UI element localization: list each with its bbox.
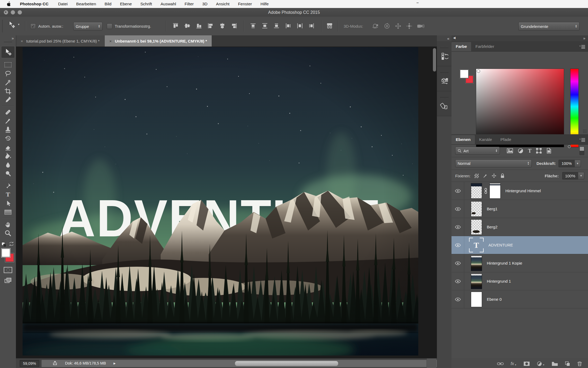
tool-rectangular-marquee[interactable] bbox=[3, 60, 13, 69]
layer-name[interactable]: Hintergrund Himmel bbox=[505, 189, 541, 193]
new-group-icon[interactable] bbox=[552, 361, 558, 366]
apple-menu-icon[interactable] bbox=[0, 1, 15, 7]
tool-pen[interactable] bbox=[3, 181, 13, 190]
layer-name[interactable]: ADVENTURE bbox=[488, 243, 513, 247]
align-right-edges-icon[interactable] bbox=[231, 22, 237, 29]
window-minimize-button[interactable] bbox=[11, 10, 15, 15]
layer-visibility-toggle[interactable] bbox=[451, 200, 464, 218]
layer-row-hintergrund-1-kopie[interactable]: Hintergrund 1 Kopie bbox=[451, 254, 588, 272]
align-vertical-centers-icon[interactable] bbox=[184, 22, 191, 29]
history-panel-button[interactable] bbox=[437, 41, 451, 66]
status-expand-arrow-icon[interactable]: ► bbox=[113, 361, 116, 365]
document-tab-unbenannt[interactable]: × Unbenannt-1 bei 59,1% (ADVENTURE, CMYK… bbox=[105, 35, 212, 47]
text-layer-thumbnail[interactable]: T bbox=[469, 238, 484, 252]
dock-expand-chevron-icon[interactable]: « bbox=[447, 36, 449, 41]
menu-ebene[interactable]: Ebene bbox=[116, 2, 136, 6]
distribute-spacing-icon[interactable] bbox=[326, 22, 333, 29]
panel-foreground-swatch[interactable] bbox=[460, 70, 468, 78]
add-adjustment-layer-button[interactable]: ▼ bbox=[537, 361, 545, 366]
layer-filter-toggle[interactable] bbox=[580, 147, 584, 155]
layer-filter-type-dropdown[interactable]: Art ▲▼ bbox=[455, 147, 500, 155]
link-layers-icon[interactable] bbox=[497, 361, 504, 366]
menu-fenster[interactable]: Fenster bbox=[234, 2, 256, 6]
3d-orbit-icon[interactable] bbox=[372, 23, 379, 30]
properties-3d-panel-button[interactable] bbox=[437, 66, 451, 91]
window-zoom-button[interactable] bbox=[18, 10, 22, 15]
layer-visibility-toggle[interactable] bbox=[451, 290, 464, 308]
layer-row-berg2[interactable]: Berg2 bbox=[451, 218, 588, 236]
lock-all-icon[interactable] bbox=[500, 173, 505, 178]
tab-farbe[interactable]: Farbe bbox=[451, 42, 471, 51]
window-title-bar[interactable]: Adobe Photoshop CC 2015 bbox=[0, 8, 588, 17]
layer-row-ebene-0[interactable]: Ebene 0 bbox=[451, 290, 588, 308]
tool-paint-bucket[interactable] bbox=[3, 152, 13, 160]
horizontal-scrollbar-thumb[interactable] bbox=[235, 361, 338, 366]
distribute-left-edges-icon[interactable] bbox=[285, 22, 292, 29]
close-tab-icon[interactable]: × bbox=[109, 39, 112, 43]
auto-select-mode-dropdown[interactable]: Gruppe ▲▼ bbox=[73, 22, 103, 31]
layer-visibility-toggle[interactable] bbox=[451, 182, 464, 200]
filter-type-layers-icon[interactable]: T bbox=[528, 148, 531, 154]
tool-path-selection[interactable] bbox=[3, 199, 13, 208]
panel-menu-icon[interactable] bbox=[580, 138, 585, 142]
menu-datei[interactable]: Datei bbox=[54, 2, 72, 6]
menu-app-name[interactable]: Photoshop CC bbox=[15, 2, 54, 6]
panel-collapse-chevron-icon[interactable]: » bbox=[583, 36, 585, 40]
distribute-top-edges-icon[interactable] bbox=[250, 22, 257, 29]
canvas-vertical-scrollbar[interactable] bbox=[433, 48, 436, 356]
align-left-edges-icon[interactable] bbox=[207, 22, 214, 29]
menu-3d[interactable]: 3D bbox=[198, 2, 212, 6]
window-close-button[interactable] bbox=[4, 10, 8, 15]
filter-adjustment-layers-icon[interactable] bbox=[518, 148, 523, 154]
distribute-horizontal-centers-icon[interactable] bbox=[296, 22, 303, 29]
panel-menu-icon[interactable] bbox=[580, 45, 585, 49]
options-bar-gripper[interactable] bbox=[2, 20, 3, 32]
filter-pixel-layers-icon[interactable] bbox=[507, 148, 513, 153]
tool-brush[interactable] bbox=[3, 116, 13, 125]
move-tool-preset[interactable]: ▼ bbox=[7, 20, 20, 28]
foreground-color-swatch[interactable] bbox=[2, 249, 10, 257]
layer-mask-thumbnail[interactable] bbox=[489, 183, 501, 199]
layer-name[interactable]: Berg2 bbox=[487, 225, 497, 229]
layer-name[interactable]: Hintergrund 1 bbox=[487, 279, 511, 283]
3d-roll-icon[interactable] bbox=[384, 23, 390, 30]
lock-pixels-brush-icon[interactable] bbox=[483, 173, 488, 178]
menu-bearbeiten[interactable]: Bearbeiten bbox=[72, 2, 100, 6]
menu-auswahl[interactable]: Auswahl bbox=[156, 2, 180, 6]
filter-smart-objects-icon[interactable] bbox=[546, 148, 552, 154]
tab-kanaele[interactable]: Kanäle bbox=[475, 135, 496, 144]
fill-dropdown[interactable]: 100% ▼ bbox=[562, 172, 584, 179]
lock-transparency-icon[interactable] bbox=[474, 173, 479, 178]
document-canvas-image[interactable]: ADVENTURE bbox=[23, 47, 418, 356]
tool-type[interactable]: T bbox=[3, 190, 13, 199]
menu-hilfe[interactable]: Hilfe bbox=[256, 2, 273, 6]
canvas-horizontal-scrollbar[interactable]: Dok: 46,6 MB/178,5 MB ► bbox=[41, 360, 441, 367]
blend-mode-dropdown[interactable]: Normal ▲▼ bbox=[455, 160, 532, 168]
3d-slide-icon[interactable] bbox=[406, 23, 413, 30]
3d-camera-icon[interactable] bbox=[417, 23, 424, 30]
align-bottom-edges-icon[interactable] bbox=[195, 22, 202, 29]
layer-thumbnail[interactable] bbox=[471, 292, 482, 307]
document-tab-tutorial[interactable]: × tutorial.psd bei 25% (Ebene 1, CMYK/8)… bbox=[16, 35, 105, 47]
distribute-bottom-edges-icon[interactable] bbox=[273, 22, 280, 29]
tool-zoom[interactable] bbox=[3, 229, 13, 237]
layer-thumbnail[interactable] bbox=[471, 183, 482, 199]
tool-eyedropper[interactable] bbox=[3, 95, 13, 104]
vertical-scrollbar-thumb[interactable] bbox=[433, 48, 436, 72]
lock-position-icon[interactable] bbox=[491, 173, 497, 178]
layer-thumbnail[interactable] bbox=[471, 274, 482, 289]
layer-row-hintergrund-himmel[interactable]: Hintergrund Himmel bbox=[451, 182, 588, 200]
align-top-edges-icon[interactable] bbox=[172, 22, 179, 29]
tool-hand[interactable] bbox=[3, 220, 13, 229]
layer-visibility-toggle[interactable] bbox=[451, 272, 464, 290]
tool-crop[interactable] bbox=[3, 87, 13, 95]
tab-pfade[interactable]: Pfade bbox=[496, 135, 515, 144]
tool-magic-wand[interactable] bbox=[3, 78, 13, 87]
toolbar-collapse-chevron-icon[interactable]: » bbox=[12, 36, 14, 40]
transform-controls-checkbox[interactable]: ✓ bbox=[107, 23, 112, 29]
tab-farbfelder[interactable]: Farbfelder bbox=[471, 42, 498, 51]
layer-thumbnail[interactable] bbox=[471, 201, 482, 217]
layer-style-button[interactable]: fx ▼ bbox=[511, 361, 517, 366]
delete-layer-trash-icon[interactable] bbox=[577, 361, 582, 366]
3d-pan-icon[interactable] bbox=[395, 23, 402, 30]
